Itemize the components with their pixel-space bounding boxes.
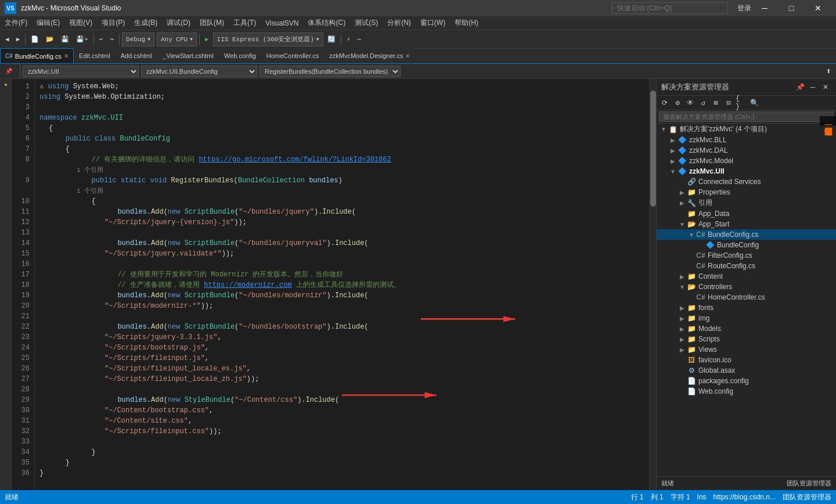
- tab-close-model[interactable]: ✕: [405, 53, 410, 59]
- menu-test[interactable]: 测试(S): [350, 16, 383, 30]
- scrollbar-thumb[interactable]: [650, 91, 656, 207]
- tree-item-sln[interactable]: ▼ 📋 解决方案'zzkMvc' (4 个项目): [657, 124, 836, 135]
- comment-button[interactable]: ⚡: [344, 33, 354, 46]
- tree-item-homecontroller[interactable]: C# HomeController.cs: [657, 292, 836, 303]
- platform-dropdown[interactable]: Any CPU ▼: [157, 33, 197, 46]
- menu-analyze[interactable]: 分析(N): [383, 16, 416, 30]
- se-tb-sync[interactable]: ⟳: [659, 97, 671, 109]
- tab-bundleconfig[interactable]: C# BundleConfig.cs ✕: [0, 48, 74, 63]
- iis-dropdown[interactable]: IIS Express (360安全浏览器) ▼: [213, 33, 323, 46]
- status-ready[interactable]: 就绪: [5, 492, 19, 502]
- tab-viewstart[interactable]: _ViewStart.cshtml: [157, 48, 219, 63]
- se-tb-collapse[interactable]: ⊟: [723, 97, 734, 109]
- tree-item-packages[interactable]: 📄 packages.config: [657, 376, 836, 386]
- minimize-button[interactable]: ─: [751, 0, 778, 16]
- se-close-button[interactable]: ✕: [820, 81, 831, 93]
- tab-homecontroller[interactable]: HomeController.cs: [261, 48, 324, 63]
- tree-item-img[interactable]: ▶ 📁 img: [657, 313, 836, 323]
- expand-icon-views: ▶: [678, 347, 687, 353]
- quick-launch-input[interactable]: [612, 2, 728, 14]
- tree-item-scripts[interactable]: ▶ 📁 Scripts: [657, 334, 836, 344]
- se-minimize-button[interactable]: ─: [807, 81, 819, 93]
- expand-all-button[interactable]: ⬆: [823, 64, 834, 78]
- tree-item-fonts[interactable]: ▶ 📁 fonts: [657, 303, 836, 313]
- asax-icon: ⚙: [687, 366, 696, 375]
- start-button[interactable]: ▶: [202, 33, 212, 46]
- menu-team[interactable]: 团队(M): [195, 16, 229, 30]
- tree-item-model[interactable]: ▶ 🔷 zzkMvc.Model: [657, 156, 836, 166]
- tree-item-bundleconfig[interactable]: ▼ C# BundleConfig.cs: [657, 229, 836, 240]
- folder-icon-views: 📁: [687, 345, 696, 354]
- menu-window[interactable]: 窗口(W): [416, 16, 450, 30]
- back-button[interactable]: ◀: [2, 33, 12, 46]
- tree-item-dal[interactable]: ▶ 🔷 zzkMvc.DAL: [657, 145, 836, 156]
- menu-build[interactable]: 生成(B): [129, 16, 162, 30]
- menu-debug[interactable]: 调试(D): [162, 16, 195, 30]
- login-button[interactable]: 登录: [737, 3, 751, 13]
- tab-add[interactable]: Add.cshtml: [116, 48, 157, 63]
- tree-item-favicon[interactable]: 🖼 favicon.ico: [657, 355, 836, 365]
- menu-tools[interactable]: 工具(T): [229, 16, 261, 30]
- tree-item-app-data[interactable]: 📁 App_Data: [657, 208, 836, 219]
- menu-file[interactable]: 文件(F): [0, 16, 32, 30]
- tab-edit[interactable]: Edit.cshtml: [74, 48, 116, 63]
- forward-button[interactable]: ▶: [13, 33, 23, 46]
- tree-item-connected[interactable]: 🔗 Connected Services: [657, 177, 836, 187]
- open-button[interactable]: 📂: [43, 33, 57, 46]
- refresh-button[interactable]: 🔄: [325, 33, 338, 46]
- class-select[interactable]: zzkMvc.UII.BundleConfig: [141, 66, 257, 77]
- tree-item-global[interactable]: ⚙ Global.asax: [657, 365, 836, 376]
- se-tb-show-all[interactable]: 👁: [684, 97, 696, 109]
- tree-item-filterconfig[interactable]: C# FilterConfig.cs: [657, 250, 836, 261]
- se-tb-refresh[interactable]: ↺: [697, 97, 709, 109]
- save-button[interactable]: 💾: [58, 33, 72, 46]
- tab-close-bundleconfig[interactable]: ✕: [64, 53, 69, 59]
- status-team-explorer[interactable]: 团队资源管理器: [783, 492, 831, 502]
- tree-item-webconfig[interactable]: 📄 Web.config: [657, 386, 836, 397]
- tree-item-content[interactable]: ▶ 📁 Content: [657, 271, 836, 282]
- se-tb-props[interactable]: ⚙: [672, 97, 683, 109]
- menu-edit[interactable]: 编辑(E): [32, 16, 64, 30]
- debug-mode-dropdown[interactable]: Debug ▼: [122, 33, 154, 46]
- tree-item-properties[interactable]: ▶ 📁 Properties: [657, 187, 836, 197]
- tab-bar: C# BundleConfig.cs ✕ Edit.cshtml Add.csh…: [0, 49, 836, 64]
- code-line-24: "~/Scripts/bootstrap.js",: [39, 343, 644, 353]
- tree-item-bundleconfig-class[interactable]: 🔷 BundleConfig: [657, 240, 836, 250]
- tree-item-models[interactable]: ▶ 📁 Models: [657, 323, 836, 334]
- restore-button[interactable]: □: [778, 0, 805, 16]
- tab-webconfig[interactable]: Web.config: [219, 48, 261, 63]
- tree-item-views[interactable]: ▶ 📁 Views: [657, 344, 836, 355]
- tree-item-app-start[interactable]: ▼ 📂 App_Start: [657, 219, 836, 229]
- menu-project[interactable]: 项目(P): [97, 16, 129, 30]
- undo-button[interactable]: ↩: [96, 33, 106, 46]
- se-tb-search[interactable]: 🔍: [748, 97, 760, 109]
- menu-view[interactable]: 视图(V): [64, 16, 97, 30]
- pin-button[interactable]: 📌: [2, 64, 15, 78]
- tree-item-bll[interactable]: ▶ 🔷 zzkMvc.BLL: [657, 135, 836, 145]
- new-file-button[interactable]: 📄: [28, 33, 42, 46]
- se-bottom-solution-explorer[interactable]: 就绪: [661, 479, 674, 488]
- method-select[interactable]: RegisterBundles(BundleCollection bundles…: [260, 66, 401, 77]
- tree-item-uii[interactable]: ▼ 🔷 zzkMvc.UII: [657, 166, 836, 177]
- menu-help[interactable]: 帮助(H): [450, 16, 483, 30]
- more-button[interactable]: ⋯: [354, 33, 364, 46]
- redo-button[interactable]: ↪: [107, 33, 117, 46]
- se-tb-expand[interactable]: ⊞: [710, 97, 722, 109]
- close-button[interactable]: ✕: [805, 0, 831, 16]
- se-search-input[interactable]: [659, 111, 834, 122]
- tree-item-controllers[interactable]: ▼ 📂 Controllers: [657, 282, 836, 292]
- tree-item-routeconfig[interactable]: C# RouteConfig.cs: [657, 261, 836, 271]
- menu-architecture[interactable]: 体系结构(C): [303, 16, 350, 30]
- status-ins[interactable]: Ins: [697, 492, 707, 502]
- se-pin-button[interactable]: 📌: [794, 81, 806, 93]
- menu-visualsvn[interactable]: VisualSVN: [261, 16, 303, 30]
- save-all-button[interactable]: 💾+: [73, 33, 91, 46]
- tree-item-refs[interactable]: ▶ 🔧 引用: [657, 197, 836, 208]
- code-editor[interactable]: ⚠ using System.Web; using System.Web.Opt…: [35, 79, 649, 490]
- namespace-select[interactable]: zzkMvc.UII: [23, 66, 139, 77]
- status-url[interactable]: https://blog.csdn.n...: [714, 492, 776, 502]
- se-tb-view-code[interactable]: { }: [736, 97, 747, 109]
- tab-model-designer[interactable]: zzkMvcModel.Designer.cs ✕: [324, 48, 415, 63]
- status-col: 列 1: [651, 492, 664, 502]
- se-bottom-team-explorer[interactable]: 团队资源管理器: [787, 479, 831, 488]
